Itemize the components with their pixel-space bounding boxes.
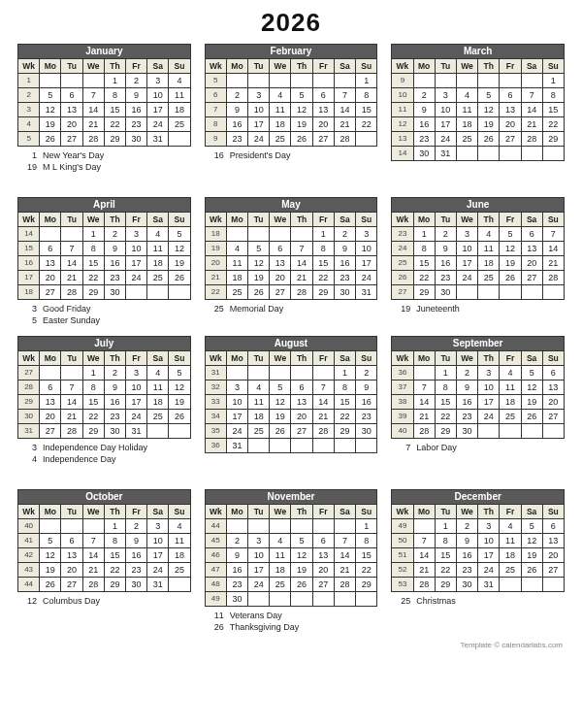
dow-header: Fr — [500, 351, 521, 366]
day-cell: 3 — [147, 519, 169, 534]
month-name: April — [18, 198, 191, 213]
empty-cell — [270, 439, 291, 453]
week-number: 15 — [18, 242, 40, 256]
day-cell: 1 — [435, 519, 456, 534]
day-cell: 5 — [248, 242, 270, 256]
day-cell: 19 — [478, 117, 500, 132]
day-cell: 5 — [169, 366, 190, 381]
week-number: 44 — [18, 578, 40, 592]
day-cell: 3 — [435, 88, 456, 103]
day-cell: 6 — [291, 381, 312, 395]
day-cell: 22 — [104, 563, 125, 578]
week-number: 30 — [18, 410, 40, 424]
day-cell: 8 — [104, 534, 125, 548]
day-cell: 22 — [542, 117, 564, 132]
day-cell: 9 — [413, 103, 435, 117]
day-cell: 11 — [169, 534, 190, 548]
holiday-name: Christmas — [416, 595, 456, 607]
dow-header: Fr — [312, 59, 334, 74]
empty-cell — [248, 519, 270, 534]
day-cell: 30 — [334, 285, 355, 300]
day-cell: 10 — [478, 534, 500, 548]
dow-header: We — [82, 213, 104, 227]
dow-header: Th — [291, 505, 312, 519]
dow-header: Sa — [147, 59, 169, 74]
empty-cell — [413, 366, 435, 381]
dow-header: We — [270, 505, 291, 519]
dow-header: Sa — [334, 351, 355, 366]
dow-header: Wk — [18, 213, 40, 227]
day-cell: 24 — [147, 563, 169, 578]
day-cell: 28 — [61, 424, 82, 439]
day-cell: 26 — [500, 271, 521, 285]
dow-header: Tu — [435, 505, 456, 519]
week-number: 28 — [18, 381, 40, 395]
empty-cell — [61, 227, 82, 242]
day-cell: 15 — [413, 256, 435, 271]
day-cell: 19 — [248, 271, 270, 285]
day-cell: 4 — [248, 381, 270, 395]
dow-header: Tu — [61, 213, 82, 227]
empty-cell — [500, 285, 521, 300]
day-cell: 6 — [40, 242, 61, 256]
day-cell: 22 — [82, 410, 104, 424]
month-block: SeptemberWkMoTuWeThFrSaSu361234563778910… — [391, 336, 565, 483]
day-cell: 9 — [104, 242, 125, 256]
day-cell: 3 — [248, 88, 270, 103]
day-cell: 1 — [104, 74, 125, 88]
day-cell: 8 — [334, 381, 355, 395]
day-cell: 27 — [61, 578, 82, 592]
dow-header: Tu — [61, 59, 82, 74]
empty-cell — [291, 519, 312, 534]
day-cell: 27 — [312, 578, 334, 592]
dow-header: Su — [169, 351, 190, 366]
day-cell: 1 — [356, 519, 377, 534]
empty-cell — [334, 592, 355, 607]
day-cell: 21 — [61, 410, 82, 424]
holiday-item: 5Easter Sunday — [21, 314, 191, 326]
week-number: 50 — [392, 534, 413, 548]
dow-header: Th — [478, 213, 500, 227]
day-cell: 6 — [312, 534, 334, 548]
day-cell: 5 — [500, 227, 521, 242]
day-cell: 27 — [61, 132, 82, 147]
month-table: SeptemberWkMoTuWeThFrSaSu361234563778910… — [391, 336, 565, 439]
month-table: AprilWkMoTuWeThFrSaSu1412345156789101112… — [17, 197, 191, 300]
day-cell: 18 — [169, 548, 190, 563]
week-number: 40 — [18, 519, 40, 534]
day-cell: 16 — [226, 117, 247, 132]
empty-cell — [147, 285, 169, 300]
empty-cell — [61, 366, 82, 381]
day-cell: 22 — [413, 271, 435, 285]
day-cell: 15 — [435, 395, 456, 410]
week-number: 47 — [205, 563, 226, 578]
day-cell: 4 — [270, 88, 291, 103]
day-cell: 12 — [270, 395, 291, 410]
month-name: July — [18, 337, 191, 351]
week-number: 42 — [18, 548, 40, 563]
empty-cell — [291, 592, 312, 607]
month-table: JulyWkMoTuWeThFrSaSu27123452867891011122… — [17, 336, 191, 439]
day-cell: 18 — [248, 410, 270, 424]
day-cell: 13 — [40, 256, 61, 271]
day-cell: 6 — [521, 227, 542, 242]
dow-header: Th — [291, 351, 312, 366]
holiday-day: 5 — [21, 314, 37, 326]
day-cell: 28 — [413, 578, 435, 592]
day-cell: 11 — [169, 88, 190, 103]
week-number: 17 — [18, 271, 40, 285]
day-cell: 17 — [126, 395, 147, 410]
day-cell: 12 — [291, 103, 312, 117]
day-cell: 12 — [169, 242, 190, 256]
day-cell: 17 — [456, 256, 477, 271]
day-cell: 27 — [542, 563, 564, 578]
day-cell: 23 — [226, 132, 247, 147]
holiday-name: M L King's Day — [43, 161, 101, 173]
empty-cell — [270, 592, 291, 607]
day-cell: 9 — [456, 381, 477, 395]
day-cell: 14 — [61, 256, 82, 271]
day-cell: 10 — [248, 103, 270, 117]
day-cell: 6 — [542, 519, 564, 534]
day-cell: 26 — [291, 578, 312, 592]
day-cell: 25 — [147, 271, 169, 285]
